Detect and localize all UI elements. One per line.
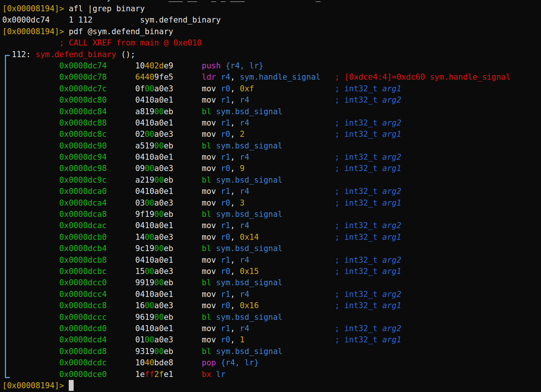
immediate: 3 (240, 198, 245, 207)
mnemonic: push (202, 61, 221, 70)
disasm-row: 0x0000dc74 10402de9 push {r4, lr} (2, 60, 541, 71)
opcode-bytes: 00 (145, 130, 154, 139)
function-args: (); (121, 50, 135, 59)
call-target: sym.bsd_signal (216, 244, 283, 253)
address: 0x0000dcac (59, 221, 107, 230)
disasm-row: 0x0000dc90 a51900eb bl sym.bsd_signal (2, 140, 541, 151)
afl-result-row: 0x0000dc74 1 112 sym.defend_binary (2, 14, 541, 26)
opcode-bytes: 00 (154, 176, 164, 185)
opcode-bytes: 10 (135, 61, 145, 70)
xref-comment: ; CALL XREF from main @ 0xe010 (59, 38, 202, 47)
function-signature-line: 112: sym.defend_binary (); (2, 49, 541, 60)
address: 0x0000dcc4 (59, 290, 107, 299)
address: 0x0000dc74 (59, 61, 107, 70)
opcode-bytes: a0e3 (154, 164, 174, 173)
register: r1 (221, 221, 230, 230)
opcode-bytes: 0410a0e1 (135, 290, 173, 299)
address: 0x0000dc90 (59, 141, 107, 150)
address: 0x0000dca4 (59, 198, 107, 207)
call-target: sym.bsd_signal (216, 313, 283, 322)
opcode-bytes: 00 (154, 210, 164, 219)
pointer-comment: ; [0xdce4:4]=0xdc60 sym.handle_signal (335, 73, 511, 82)
immediate: 0x14 (240, 233, 259, 242)
register: r0 (221, 130, 230, 139)
comment: ; int32_t (335, 198, 378, 207)
register: r0 (221, 84, 230, 93)
disasm-row: 0x0000dca8 9f1900eb bl sym.bsd_signal (2, 209, 541, 220)
comment-arg: arg2 (382, 221, 402, 230)
mnemonic: bl (202, 313, 211, 322)
address: 0x0000dcb0 (59, 233, 107, 242)
address: 0x0000dcb8 (59, 256, 107, 265)
address: 0x0000dca0 (59, 187, 107, 196)
address: 0x0000dc94 (59, 153, 107, 162)
comment: ; int32_t (335, 256, 378, 265)
comment: ; int32_t (335, 153, 378, 162)
prompt-line: [0x00008194]> (2, 380, 541, 391)
address: 0x0000dcc0 (59, 278, 107, 287)
disasm-row: 0x0000dcb8 0410a0e1 mov r1, r4 ; int32_t… (2, 254, 541, 266)
opcode-bytes: a0e3 (154, 335, 174, 344)
punct: , (230, 324, 235, 333)
punct: , (230, 335, 235, 344)
opcode-bytes: a519 (135, 141, 154, 150)
register: r0 (221, 301, 230, 310)
comment: ; int32_t (335, 267, 378, 276)
disasm-row: 0x0000dc84 a81900eb bl sym.bsd_signal (2, 106, 541, 117)
opcode-bytes: 9319 (135, 347, 154, 356)
comment: ; int32_t (335, 301, 378, 310)
register: r4 (240, 95, 249, 104)
comment-arg: arg2 (382, 118, 402, 127)
opcode-bytes: 15 (135, 267, 145, 276)
punct: , (230, 153, 235, 162)
mnemonic: bl (202, 141, 211, 150)
register: r1 (221, 256, 230, 265)
register: r4 (240, 221, 249, 230)
opcode-bytes: 0410a0e1 (135, 153, 173, 162)
comment-arg: arg2 (382, 290, 402, 299)
punct: , (230, 84, 235, 93)
disasm-row: 0x0000dc94 0410a0e1 mov r1, r4 ; int32_t… (2, 151, 541, 163)
opcode-bytes: 00 (145, 164, 154, 173)
address: 0x0000dcd0 (59, 324, 107, 333)
punct: , (230, 221, 235, 230)
opcode-bytes: 00 (154, 347, 164, 356)
comment-arg: arg1 (382, 267, 402, 276)
mnemonic: mov (202, 164, 216, 173)
opcode-bytes: 9f19 (135, 210, 154, 219)
disasm-row: 0x0000dc78 64409fe5 ldr r4, sym.handle_s… (2, 71, 541, 83)
register: r4 (240, 324, 249, 333)
opcode-bytes: 40 (145, 358, 154, 367)
punct: , (230, 256, 235, 265)
mnemonic: mov (202, 84, 216, 93)
disasm-row: 0x0000dcc0 991900eb bl sym.bsd_signal (2, 277, 541, 288)
xref-comment-line: ; CALL XREF from main @ 0xe010 (2, 37, 541, 48)
terminal[interactable]: y ___ __ _ _ ___ _[0x00008194]> afl |gre… (0, 0, 541, 392)
mnemonic: mov (202, 95, 216, 104)
register-list: {r4, lr} (225, 61, 263, 70)
opcode-bytes: 00 (154, 141, 164, 150)
opcode-bytes: 00 (145, 84, 154, 93)
symbol: sym.handle_signal (240, 73, 320, 82)
function-bracket (5, 55, 10, 378)
opcode-bytes: 6440 (135, 73, 154, 82)
address: 0x0000dccc (59, 313, 107, 322)
opcode-bytes: 0410a0e1 (135, 118, 173, 127)
mnemonic: mov (202, 233, 216, 242)
opcode-bytes: eb (164, 210, 173, 219)
clipped-text: y ___ __ _ _ ___ _ (2, 0, 320, 2)
punct: , (230, 130, 235, 139)
comment-arg: arg1 (382, 198, 402, 207)
mnemonic: bl (202, 210, 211, 219)
command-line-pdf: [0x00008194]> pdf @sym.defend_binary (2, 26, 541, 37)
cursor[interactable] (69, 380, 74, 391)
opcode-bytes: eb (164, 347, 173, 356)
mnemonic: mov (202, 130, 216, 139)
disasm-row: 0x0000dcb4 9c1900eb bl sym.bsd_signal (2, 243, 541, 254)
opcode-bytes: eb (164, 107, 173, 116)
opcode-bytes: 00 (145, 335, 154, 344)
register: r4 (240, 153, 249, 162)
comment: ; int32_t (335, 84, 378, 93)
mnemonic: bl (202, 176, 211, 185)
mnemonic: ldr (202, 73, 216, 82)
